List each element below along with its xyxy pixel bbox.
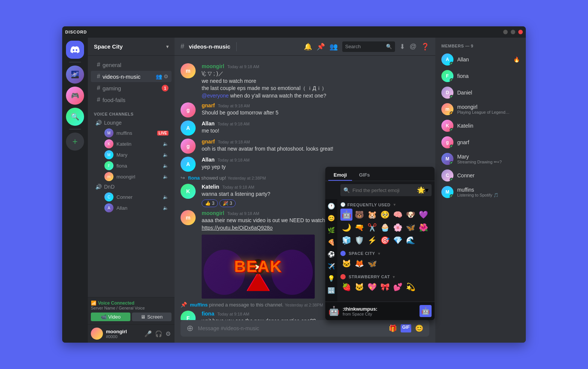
emoji-tab-emoji[interactable]: Emoji	[328, 170, 352, 181]
emoji-icon[interactable]: 😊	[415, 324, 423, 332]
member-item-conner[interactable]: C Conner	[438, 167, 523, 184]
emoji-item[interactable]: 🧁	[379, 221, 391, 233]
hash-icon: #	[97, 73, 100, 80]
attach-icon[interactable]: ⊕	[187, 323, 193, 333]
skin-tone-button[interactable]: 🌟▾	[417, 186, 429, 194]
reaction-thumbs[interactable]: 👍 3	[202, 200, 218, 207]
server-header[interactable]: Space City ▾	[88, 38, 175, 56]
channel-item-general[interactable]: # general	[91, 59, 172, 70]
close-button[interactable]	[518, 30, 523, 34]
emoji-item[interactable]: 🧊	[340, 234, 352, 246]
emoji-sidebar-recent[interactable]: 🕐	[326, 201, 337, 211]
voice-user-conner[interactable]: C Conner 🔈	[91, 192, 172, 202]
emoji-item[interactable]: 🐶	[404, 209, 416, 221]
add-member-icon[interactable]: 👥	[156, 73, 162, 79]
chevron-down-icon[interactable]: ▾	[394, 203, 396, 207]
mute-button[interactable]: 🎤	[144, 329, 153, 338]
bell-icon[interactable]: 🔔	[304, 43, 312, 51]
emoji-sidebar-activity[interactable]: ⚽	[326, 249, 337, 259]
emoji-sidebar-food[interactable]: 🍕	[326, 237, 337, 247]
member-item-katelin[interactable]: K Katelin	[438, 117, 523, 134]
add-server-button[interactable]: +	[66, 133, 84, 151]
pin-icon[interactable]: 📌	[317, 43, 325, 51]
chevron-down-icon[interactable]: ▾	[378, 252, 380, 256]
emoji-item[interactable]: 💜	[417, 209, 429, 221]
voice-user-moongirl[interactable]: m moongirl 🔈	[91, 171, 172, 182]
settings-icon[interactable]: ⚙	[164, 73, 168, 79]
emoji-item[interactable]: 🐱	[340, 258, 352, 270]
channel-item-gaming[interactable]: # gaming 1	[91, 82, 172, 94]
emoji-item[interactable]: 🐱	[353, 281, 365, 293]
server-icon-2[interactable]: 🎮	[66, 87, 84, 105]
voice-user-fiona[interactable]: F fiona 🔈	[91, 160, 172, 171]
emoji-item[interactable]: 🔫	[353, 221, 365, 233]
video-embed[interactable]: BEAK ▶	[202, 235, 315, 299]
emoji-item[interactable]: 🦊	[353, 258, 365, 270]
emoji-item[interactable]: 🐻	[353, 209, 365, 221]
voice-channel-dnd[interactable]: 🔊 DnD	[91, 182, 172, 191]
emoji-item[interactable]: 💖	[366, 281, 378, 293]
emoji-item[interactable]: 🐹	[366, 209, 378, 221]
server-icon-1[interactable]: 🌌	[66, 66, 84, 84]
member-info: Daniel	[457, 90, 520, 96]
emoji-item[interactable]: 🥺	[379, 209, 391, 221]
emoji-item[interactable]: 🌺	[417, 221, 429, 233]
emoji-item[interactable]: 🌸	[392, 221, 404, 233]
emoji-item[interactable]: 🍓	[340, 281, 352, 293]
deafen-button[interactable]: 🎧	[154, 329, 163, 338]
channel-item-videos[interactable]: # videos-n-music 👥 ⚙	[91, 71, 172, 82]
minimize-button[interactable]	[503, 30, 508, 34]
emoji-item[interactable]: 🦋	[404, 221, 416, 233]
emoji-sidebar-objects[interactable]: 💡	[326, 273, 337, 284]
member-item-daniel[interactable]: D Daniel	[438, 84, 523, 101]
voice-user-mary[interactable]: M Mary 🔈	[91, 149, 172, 160]
help-icon[interactable]: ❓	[421, 43, 429, 51]
emoji-item[interactable]: 🦋	[366, 258, 378, 270]
emoji-item[interactable]: ✂️	[366, 221, 378, 233]
emoji-item[interactable]: 🎯	[379, 234, 391, 246]
screen-button[interactable]: 🖥 Screen	[132, 313, 172, 321]
maximize-button[interactable]	[511, 30, 515, 34]
settings-button[interactable]: ⚙	[165, 329, 172, 338]
voice-channel-lounge[interactable]: 🔊 Lounge	[91, 118, 172, 127]
gif-icon[interactable]: GIF	[401, 324, 411, 332]
message-input[interactable]	[198, 320, 384, 337]
header-search[interactable]: Search 🔍	[342, 41, 395, 52]
emoji-sidebar-smiley[interactable]: 😊	[326, 213, 337, 223]
member-item-mary[interactable]: M Mary Streaming Drawing ✏+?	[438, 151, 523, 167]
emoji-item[interactable]: 🎀	[379, 281, 391, 293]
mention-icon[interactable]: @	[410, 43, 416, 50]
channel-item-food[interactable]: # food-fails	[91, 94, 172, 105]
member-item-fiona[interactable]: F fiona	[438, 68, 523, 84]
emoji-item[interactable]: 🌊	[404, 234, 416, 246]
member-item-allan[interactable]: A Allan 🔥	[438, 51, 523, 68]
emoji-item[interactable]: 🌙	[340, 221, 352, 233]
emoji-item[interactable]: 💫	[404, 281, 416, 293]
member-item-muffins[interactable]: M muffins Listening to Spotify 🎵	[438, 184, 523, 200]
emoji-tab-gifs[interactable]: GIFs	[354, 170, 375, 181]
mute-icon: 🔈	[163, 163, 168, 168]
emoji-sidebar-symbols[interactable]: 🔣	[326, 285, 337, 296]
server-icon-discord[interactable]	[66, 41, 84, 59]
emoji-item[interactable]: 💕	[392, 281, 404, 293]
voice-user-katelin[interactable]: K Katelin 🔈	[91, 139, 172, 149]
titlebar: DISCORD	[62, 26, 526, 38]
reaction-party[interactable]: 🎉 3	[219, 200, 236, 207]
gift-icon[interactable]: 🎁	[389, 324, 397, 332]
video-button[interactable]: 📹 Video	[91, 313, 130, 321]
member-item-gnarf[interactable]: g gnarf	[438, 134, 523, 151]
server-icon-3[interactable]: 🔍	[66, 108, 84, 126]
voice-user-allan[interactable]: A Allan 🔈	[91, 203, 172, 213]
emoji-sidebar-nature[interactable]: 🌿	[326, 225, 337, 235]
members-icon[interactable]: 👥	[329, 43, 338, 51]
emoji-item[interactable]: 🧠	[392, 209, 404, 221]
voice-user-muffins[interactable]: M muffins LIVE	[91, 128, 172, 138]
chevron-down-icon[interactable]: ▾	[393, 275, 395, 279]
download-icon[interactable]: ⬇	[400, 43, 405, 51]
emoji-item[interactable]: 💎	[392, 234, 404, 246]
member-item-moongirl[interactable]: m moongirl Playing League of Legends 🎮	[438, 101, 523, 117]
emoji-sidebar-travel[interactable]: ✈️	[326, 261, 337, 271]
emoji-item[interactable]: ⚡	[366, 234, 378, 246]
emoji-item[interactable]: 🛡️	[353, 234, 365, 246]
emoji-item[interactable]: 🤖	[340, 209, 352, 221]
